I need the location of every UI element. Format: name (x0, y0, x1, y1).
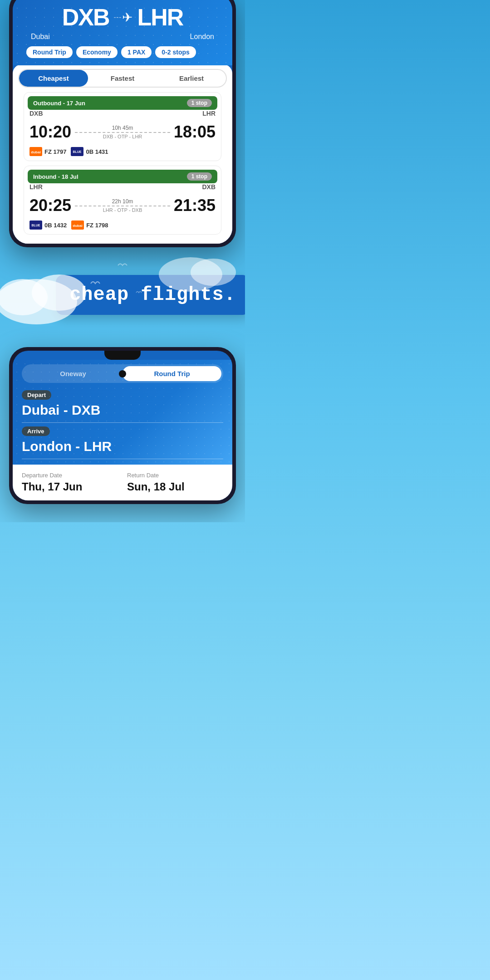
return-date-label: Return Date (127, 472, 223, 479)
outbound-duration: 10h 45m (75, 125, 170, 131)
airline-logo-flydubai-2: dubai (71, 220, 84, 230)
oneway-option[interactable]: Oneway (24, 366, 122, 381)
inbound-airline-1: BLUE 0B 1432 (29, 220, 67, 230)
inbound-arrive-time: 21:35 (174, 196, 216, 215)
inbound-from: LHR (29, 183, 43, 191)
airline-logo-blue-air-2: BLUE (29, 220, 42, 230)
sort-tabs: Cheapest Fastest Earliest (18, 69, 227, 88)
departure-date-value: Thu, 17 Jun (22, 480, 118, 493)
outbound-card[interactable]: Outbound - 17 Jun 1 stop DXB LHR 10:20 1… (24, 92, 221, 161)
outbound-depart-time: 10:20 (29, 122, 71, 142)
inbound-airline-2: dubai FZ 1798 (71, 220, 108, 230)
svg-point-10 (32, 274, 86, 311)
departure-date-group[interactable]: Departure Date Thu, 17 Jun (22, 472, 118, 493)
inbound-card[interactable]: Inbound - 18 Jul 1 stop LHR DXB 20:25 22… (24, 166, 221, 235)
airline-logo-flydubai: dubai (29, 147, 42, 156)
outbound-stop-badge: 1 stop (187, 99, 212, 107)
outbound-arrive-time: 18:05 (174, 122, 216, 142)
airline-2-code: 0B 1431 (86, 148, 108, 155)
svg-text:dubai: dubai (73, 224, 82, 228)
inbound-airline-1-code: 0B 1432 (44, 222, 67, 229)
outbound-route-middle: 10h 45m DXB - OTP - LHR (71, 125, 174, 139)
departure-date-label: Departure Date (22, 472, 118, 479)
inbound-airlines: BLUE 0B 1432 dubai (24, 219, 221, 234)
search-form-body: Departure Date Thu, 17 Jun Return Date S… (13, 465, 232, 500)
tab-earliest[interactable]: Earliest (157, 70, 226, 87)
airline-logo-blue-air: BLUE (71, 147, 83, 156)
round-trip-option[interactable]: Round Trip (122, 366, 221, 381)
tab-fastest[interactable]: Fastest (88, 70, 157, 87)
inbound-route: LHR - OTP - DXB (75, 207, 170, 213)
inbound-duration: 22h 10m (75, 198, 170, 205)
outbound-airports: DXB LHR (24, 110, 221, 119)
outbound-route: DXB - OTP - LHR (75, 134, 170, 139)
inbound-route-middle: 22h 10m LHR - OTP - DXB (71, 198, 174, 213)
outbound-airline-1: dubai FZ 1797 (29, 147, 66, 156)
inbound-times: 20:25 22h 10m LHR - OTP - DXB 21:35 (24, 192, 221, 219)
outbound-label: Outbound - 17 Jun (33, 100, 85, 107)
svg-text:BLUE: BLUE (73, 150, 82, 153)
toggle-dot (119, 370, 126, 377)
search-form-header: Oneway Round Trip Depart Dubai - DXB Arr… (13, 360, 232, 465)
inbound-airline-2-code: FZ 1798 (86, 222, 108, 229)
phone-1: DXB - - - ✈ LHR Dubai London Round Trip … (9, 0, 236, 247)
outbound-airlines: dubai FZ 1797 BLUE (24, 145, 221, 161)
outbound-from: DXB (29, 110, 43, 117)
inbound-to: DXB (202, 183, 216, 191)
tab-cheapest[interactable]: Cheapest (19, 70, 88, 87)
trip-type-toggle[interactable]: Oneway Round Trip (22, 364, 223, 383)
flights-list: Outbound - 17 Jun 1 stop DXB LHR 10:20 1… (18, 88, 227, 244)
inbound-depart-time: 20:25 (29, 196, 71, 215)
return-date-value: Sun, 18 Jul (127, 480, 223, 493)
inbound-label: Inbound - 18 Jul (33, 173, 78, 180)
outbound-airline-2: BLUE 0B 1431 (71, 147, 108, 156)
svg-text:dubai: dubai (31, 150, 40, 154)
outbound-to: LHR (202, 110, 216, 117)
flight-search-header: DXB - - - ✈ LHR Dubai London Round Trip … (13, 0, 232, 65)
outbound-times: 10:20 10h 45m DXB - OTP - LHR 18:05 (24, 119, 221, 145)
inbound-airports: LHR DXB (24, 183, 221, 192)
svg-point-12 (191, 259, 236, 286)
outbound-header: Outbound - 17 Jun 1 stop (28, 96, 217, 110)
inbound-stop-badge: 1 stop (187, 172, 212, 181)
svg-text:BLUE: BLUE (31, 224, 40, 227)
airline-1-code: FZ 1797 (44, 148, 66, 155)
middle-section: cheap flights. (0, 247, 245, 338)
inbound-header: Inbound - 18 Jul 1 stop (28, 170, 217, 183)
return-date-group[interactable]: Return Date Sun, 18 Jul (127, 472, 223, 493)
dates-row: Departure Date Thu, 17 Jun Return Date S… (22, 472, 223, 493)
phone-2: Oneway Round Trip Depart Dubai - DXB Arr… (9, 347, 236, 504)
phone-notch (104, 351, 141, 360)
